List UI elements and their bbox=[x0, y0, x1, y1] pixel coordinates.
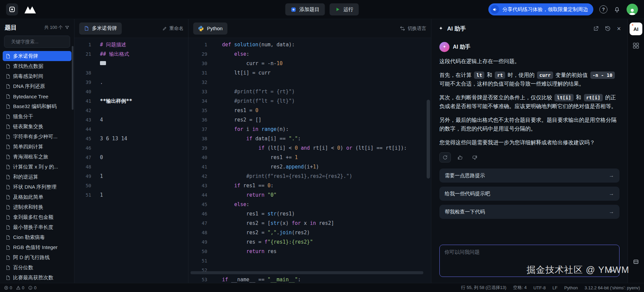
search-box[interactable] bbox=[4, 36, 70, 48]
interpreter[interactable]: 3.12.2 64-bit ('shims': pyenv) bbox=[585, 285, 640, 290]
language-tab[interactable]: Python bbox=[193, 22, 227, 35]
language-mode[interactable]: Python bbox=[564, 285, 578, 290]
editor-line[interactable]: 38 if data[i] == ".": bbox=[189, 134, 431, 143]
editor-line[interactable]: 37 for i in range(n): bbox=[189, 125, 431, 134]
code-editor[interactable]: 1def solution(num, data):29 else:30 curr… bbox=[189, 38, 431, 283]
editor-line[interactable]: 47 res2 = [str(x) for x in res2] bbox=[189, 218, 431, 228]
app-logo[interactable] bbox=[6, 3, 18, 15]
sidebar-item[interactable]: 猫鱼分干 bbox=[3, 111, 71, 121]
editor-line[interactable] bbox=[74, 59, 188, 68]
editor-line[interactable]: 434 bbox=[74, 115, 188, 125]
send-icon[interactable] bbox=[609, 267, 615, 274]
ai-input-box[interactable] bbox=[439, 245, 620, 277]
code-vertical-scrollbar[interactable] bbox=[427, 100, 430, 179]
editor-line[interactable]: 39. bbox=[74, 78, 188, 87]
editor-line[interactable]: 44 return "0" bbox=[189, 190, 431, 200]
thumbs-up-button[interactable] bbox=[454, 152, 466, 162]
apps-grid-icon[interactable] bbox=[632, 42, 640, 49]
sidebar-item[interactable]: 病毒感染时间 bbox=[3, 71, 71, 81]
folded-region-indicator[interactable] bbox=[100, 61, 106, 65]
sidebar-item[interactable]: Bytedance Tree bbox=[3, 91, 71, 101]
problem-editor[interactable]: 1# 问题描述21## 输出格式3839.4041**输出样例**4243444… bbox=[74, 38, 188, 283]
ai-tool-button[interactable]: AI bbox=[630, 22, 642, 35]
sidebar-item[interactable]: 链表聚集交换 bbox=[3, 121, 71, 132]
ai-input[interactable] bbox=[440, 245, 619, 277]
editor-line[interactable]: 39 if (lt[i] < 0 and rt[i] < 0) or (lt[i… bbox=[189, 143, 431, 153]
sidebar-item[interactable]: 百分位数 bbox=[3, 262, 71, 273]
editor-line[interactable]: 32 bbox=[189, 78, 431, 87]
sidebar-item[interactable]: Cion 勒索病毒 bbox=[3, 232, 71, 242]
cursor-position[interactable]: 行 55, 列 58 (已选择13) bbox=[461, 285, 506, 291]
panel-toggle-icon[interactable] bbox=[633, 259, 639, 265]
editor-line[interactable]: 35 res1 = 0 bbox=[189, 106, 431, 115]
sidebar-scrollbar[interactable] bbox=[72, 46, 73, 110]
editor-line[interactable]: 36 res2 = [] bbox=[189, 115, 431, 125]
mountain-logo-icon[interactable] bbox=[23, 5, 37, 14]
editor-line[interactable]: 48 bbox=[74, 162, 188, 172]
sidebar-item[interactable]: DNA 序列还原 bbox=[3, 81, 71, 91]
editor-line[interactable]: 453 6 13 14 bbox=[74, 134, 188, 143]
editor-line[interactable]: 1# 问题描述 bbox=[74, 40, 188, 49]
sidebar-item[interactable]: 阿 D 的飞行路线 bbox=[3, 252, 71, 262]
sidebar-item[interactable]: 多米诺骨牌 bbox=[3, 51, 71, 61]
close-icon[interactable]: × bbox=[617, 25, 621, 32]
editor-line[interactable]: 51 bbox=[189, 256, 431, 265]
sidebar-item[interactable]: 及格如此简单 bbox=[3, 192, 71, 202]
sidebar-item[interactable]: 字符串有多少种可... bbox=[3, 132, 71, 142]
promo-banner[interactable]: 分享代码练习体验，领取限量定制周边 bbox=[488, 3, 593, 15]
editor-line[interactable]: 470 bbox=[74, 153, 188, 162]
editor-line[interactable]: 40 bbox=[74, 87, 188, 96]
sidebar-item[interactable]: 拿到最多红包金额 bbox=[3, 212, 71, 222]
add-problem-button[interactable]: 添加题目 bbox=[285, 3, 325, 15]
editor-line[interactable]: 49 res = f"{res1}:{res2}" bbox=[189, 237, 431, 247]
indent-setting[interactable]: 空格: 4 bbox=[513, 285, 527, 291]
editor-line[interactable]: 40 res1 += 1 bbox=[189, 153, 431, 162]
ai-suggestion-button[interactable]: 给我一些代码提示吧→ bbox=[439, 187, 620, 201]
editor-line[interactable]: 41**输出样例** bbox=[74, 96, 188, 106]
export-chat-icon[interactable] bbox=[593, 26, 599, 32]
editor-line[interactable]: 48 res2 = ",".join(res2) bbox=[189, 228, 431, 237]
search-input[interactable] bbox=[10, 39, 72, 45]
editor-line[interactable]: 30 curr = -n-10 bbox=[189, 59, 431, 68]
sidebar-item[interactable]: 和的逆运算 bbox=[3, 172, 71, 182]
editor-line[interactable]: 29 else: bbox=[189, 49, 431, 59]
editor-line[interactable]: 42 bbox=[74, 106, 188, 115]
filter-icon[interactable] bbox=[65, 25, 69, 30]
editor-line[interactable]: 31 lt[i] = curr bbox=[189, 68, 431, 78]
sidebar-item[interactable]: 比赛最高获胜次数 bbox=[3, 273, 71, 283]
switch-language-button[interactable]: 切换语言 bbox=[400, 26, 426, 32]
warning-count[interactable]: 0 bbox=[16, 285, 24, 290]
ai-suggestion-button[interactable]: 帮我检查一下代码→ bbox=[439, 205, 620, 219]
editor-line[interactable]: 33 #print(f"rt = {rt}") bbox=[189, 87, 431, 96]
regenerate-button[interactable] bbox=[439, 152, 451, 162]
sidebar-item[interactable]: 环状 DNA 序列整理 bbox=[3, 182, 71, 192]
rename-button[interactable]: 重命名 bbox=[162, 26, 183, 32]
editor-line[interactable]: 21## 输出格式 bbox=[74, 49, 188, 59]
sidebar-item[interactable]: 计算位置 x 到 y 的... bbox=[3, 162, 71, 172]
editor-line[interactable]: 1def solution(num, data): bbox=[189, 40, 431, 49]
history-icon[interactable] bbox=[605, 26, 611, 32]
sidebar-item[interactable]: Base32 编码和解码 bbox=[3, 101, 71, 111]
sidebar-item[interactable]: 查找热点数据 bbox=[3, 61, 71, 71]
editor-line[interactable]: 46 res1 = str(res1) bbox=[189, 209, 431, 218]
editor-line[interactable]: 44 bbox=[74, 125, 188, 134]
encoding[interactable]: UTF-8 bbox=[533, 285, 546, 290]
problem-tab[interactable]: 多米诺骨牌 bbox=[79, 22, 122, 35]
editor-line[interactable]: 34 #print(f"lt = {lt}") bbox=[189, 96, 431, 106]
editor-line[interactable]: 41 res2.append(i+1) bbox=[189, 162, 431, 172]
thumbs-down-button[interactable] bbox=[469, 152, 480, 162]
editor-line[interactable]: 45 else: bbox=[189, 200, 431, 209]
run-button[interactable]: 运行 bbox=[330, 3, 359, 15]
sidebar-item[interactable]: 最小替换子串长度 bbox=[3, 222, 71, 232]
sidebar-item[interactable]: RGB 色值转 Integer bbox=[3, 242, 71, 252]
sidebar-item[interactable]: 简单四则计算 bbox=[3, 142, 71, 152]
info-count[interactable]: 0 bbox=[28, 285, 36, 290]
editor-line[interactable]: 511 bbox=[74, 190, 188, 200]
editor-line[interactable]: 38 bbox=[74, 68, 188, 78]
sidebar-item[interactable]: 进制求和转换 bbox=[3, 202, 71, 212]
error-count[interactable]: 0 bbox=[4, 285, 12, 290]
eol-setting[interactable]: LF bbox=[552, 285, 557, 290]
editor-line[interactable]: 46 bbox=[74, 143, 188, 153]
editor-line[interactable]: 42 #print(f"res1={res1},res2={res2}.") bbox=[189, 172, 431, 181]
ai-suggestion-button[interactable]: 需要一点思路提示→ bbox=[439, 168, 620, 183]
